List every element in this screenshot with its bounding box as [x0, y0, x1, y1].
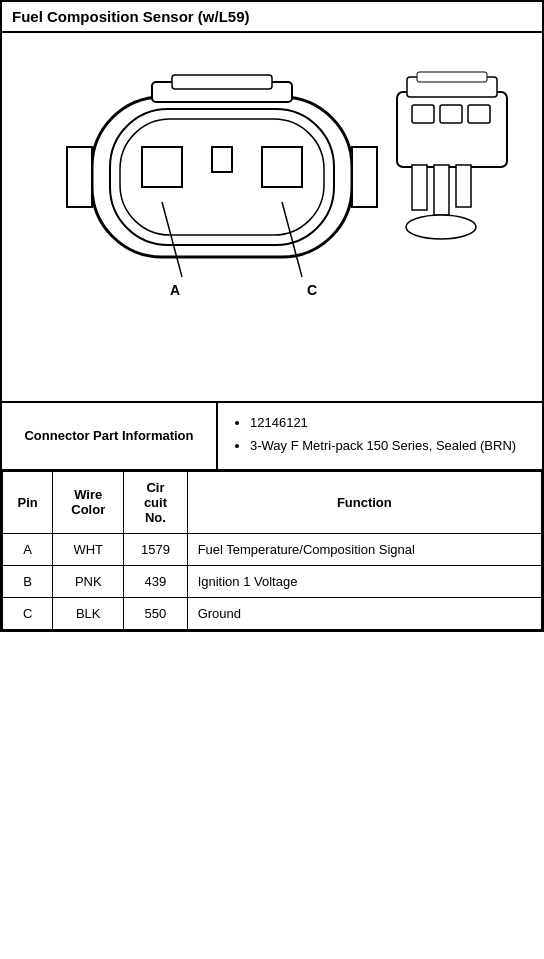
- svg-rect-18: [434, 165, 449, 215]
- connector-info-label: Connector Part Information: [2, 403, 218, 469]
- title-bar: Fuel Composition Sensor (w/L59): [2, 2, 542, 33]
- cell-pin-1: B: [3, 565, 53, 597]
- header-pin: Pin: [3, 471, 53, 533]
- header-function: Function: [187, 471, 541, 533]
- cell-function-1: Ignition 1 Voltage: [187, 565, 541, 597]
- connector-info-section: Connector Part Information 12146121 3-Wa…: [2, 403, 542, 471]
- connector-info-list: 12146121 3-Way F Metri-pack 150 Series, …: [232, 413, 528, 457]
- svg-rect-7: [352, 147, 377, 207]
- pin-table-wrapper: Pin WireColor CircuitNo. Function AWHT15…: [2, 471, 542, 630]
- svg-rect-6: [67, 147, 92, 207]
- svg-rect-9: [172, 75, 272, 89]
- svg-rect-19: [456, 165, 471, 207]
- svg-rect-5: [262, 147, 302, 187]
- connector-info-item-1: 12146121: [250, 413, 528, 434]
- cell-wire-color-2: BLK: [53, 597, 124, 629]
- svg-rect-21: [412, 105, 434, 123]
- svg-rect-22: [440, 105, 462, 123]
- cell-circuit-no-2: 550: [124, 597, 187, 629]
- svg-rect-3: [142, 147, 182, 187]
- svg-rect-23: [468, 105, 490, 123]
- cell-wire-color-0: WHT: [53, 533, 124, 565]
- cell-pin-0: A: [3, 533, 53, 565]
- svg-rect-4: [212, 147, 232, 172]
- table-row: CBLK550Ground: [3, 597, 542, 629]
- cell-pin-2: C: [3, 597, 53, 629]
- connector-diagram: A C: [12, 43, 532, 391]
- connector-info-content: 12146121 3-Way F Metri-pack 150 Series, …: [218, 403, 542, 469]
- diagram-area: A C: [2, 33, 542, 403]
- table-row: BPNK439Ignition 1 Voltage: [3, 565, 542, 597]
- header-circuit-no: CircuitNo.: [124, 471, 187, 533]
- svg-rect-14: [397, 92, 507, 167]
- svg-rect-17: [412, 165, 427, 210]
- pin-table: Pin WireColor CircuitNo. Function AWHT15…: [2, 471, 542, 630]
- cell-function-2: Ground: [187, 597, 541, 629]
- table-header-row: Pin WireColor CircuitNo. Function: [3, 471, 542, 533]
- page-title: Fuel Composition Sensor (w/L59): [12, 8, 250, 25]
- cell-function-0: Fuel Temperature/Composition Signal: [187, 533, 541, 565]
- svg-text:C: C: [307, 282, 317, 298]
- page-container: Fuel Composition Sensor (w/L59): [0, 0, 544, 632]
- table-row: AWHT1579Fuel Temperature/Composition Sig…: [3, 533, 542, 565]
- cell-circuit-no-1: 439: [124, 565, 187, 597]
- connector-info-item-2: 3-Way F Metri-pack 150 Series, Sealed (B…: [250, 436, 528, 457]
- svg-text:A: A: [170, 282, 180, 298]
- cell-wire-color-1: PNK: [53, 565, 124, 597]
- cell-circuit-no-0: 1579: [124, 533, 187, 565]
- svg-rect-16: [417, 72, 487, 82]
- svg-point-20: [406, 215, 476, 239]
- header-wire-color: WireColor: [53, 471, 124, 533]
